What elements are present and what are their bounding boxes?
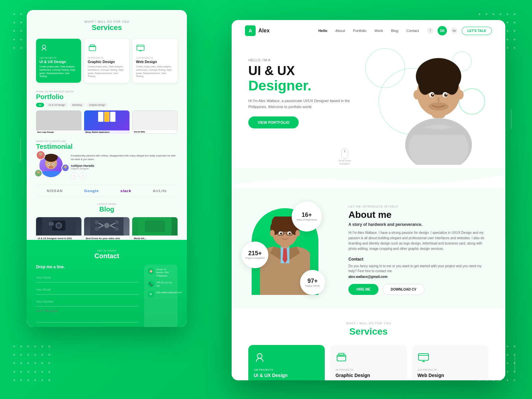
svg-point-68 (295, 230, 300, 237)
about-person-column: 16+ Years of Experience 215+ Project Com… (248, 202, 335, 295)
nav-portfolio[interactable]: Portfolio (353, 29, 366, 33)
header-actions: f DK be LET'S TALK (427, 26, 492, 35)
about-contact-email: alex.wallace@gmail.com (348, 275, 489, 279)
about-section: 16+ Years of Experience 215+ Project Com… (232, 188, 505, 308)
brand-google: Google (84, 189, 99, 193)
nav-contact[interactable]: Contact (406, 29, 419, 33)
brands-row: NISSAN Google slack AirLife (36, 184, 178, 197)
back-uiux-icon (39, 43, 50, 54)
nav-work[interactable]: Work (374, 29, 383, 33)
contact-email-input[interactable] (36, 285, 139, 295)
front-services-title: Services (248, 326, 489, 337)
lets-talk-btn[interactable]: LET'S TALK (462, 27, 492, 35)
stat-projects-label: Project Completed (245, 257, 265, 260)
blog-img-0 (36, 217, 81, 236)
contact-name-input[interactable] (36, 273, 139, 283)
brand-nissan: NISSAN (47, 189, 63, 193)
contact-message-input[interactable] (36, 309, 139, 323)
header-social-fb[interactable]: f (427, 27, 434, 34)
scroll-pill-dot (344, 150, 345, 152)
filter-all[interactable]: All (36, 103, 44, 107)
testimonial-role: Graphic Designer (71, 167, 178, 170)
header-social-be[interactable]: be (451, 27, 458, 34)
back-uiux-title: UI & UX Design (39, 60, 78, 64)
svg-rect-11 (41, 171, 61, 177)
stat-bubble-clients: 97+ Happy Clients (300, 270, 325, 295)
blog-title: Blog (36, 206, 178, 213)
contact-layout: Drop me a line. SEND MESSAGE (36, 265, 178, 327)
svg-point-46 (432, 94, 434, 95)
svg-rect-71 (339, 353, 344, 355)
front-svc-uiux-count: 138 PROJECTS (254, 368, 319, 371)
front-svc-uiux-desc: Create project plan, Data analysis, (254, 380, 319, 380)
svg-point-69 (257, 354, 262, 358)
about-contact-title: Contact (348, 257, 489, 262)
portfolio-item-2-title: AirLife Web (132, 130, 177, 133)
phone-screen-2 (104, 112, 109, 122)
front-services-section: WHAT I WILL DO FOR YOU Services 138 PROJ… (232, 308, 505, 380)
front-header: A Alex Hello About Portfolio Work Blog C… (232, 20, 505, 41)
back-blog-section: LATEST NEWS Blog UI & UX Designe (36, 203, 178, 244)
scroll-label-2: to Explore (339, 162, 350, 165)
back-service-card-graphic: 26 PROJECTS Graphic Design Create projec… (84, 39, 129, 83)
dk-badge[interactable]: DK (438, 26, 447, 35)
svg-point-21 (57, 224, 61, 228)
back-testimonial-pre: WHAT MY CLIENTS SAY (36, 140, 178, 143)
back-testimonial-title: Testimonial (36, 143, 178, 150)
nav-blog[interactable]: Blog (391, 29, 398, 33)
download-cv-btn[interactable]: DOWNLOAD CV (382, 284, 425, 295)
filter-graphic[interactable]: Graphic Design (86, 103, 108, 107)
dots-decoration-bl (13, 346, 53, 386)
svg-rect-72 (419, 354, 429, 360)
testimonial-layout: Exceptionally pleased with milima, disap… (36, 154, 178, 179)
front-svc-uiux-icon (254, 352, 319, 365)
front-svc-uiux-title: UI & UX Design (254, 373, 319, 378)
front-svc-web-desc: Create project plan, Data analysis, (418, 380, 483, 380)
svg-point-10 (49, 166, 53, 168)
contact-title: Contact (36, 252, 178, 260)
contact-form-area: Drop me a line. SEND MESSAGE (36, 265, 139, 327)
about-pre-label: LET ME INTRODUCE MYSELF (348, 205, 489, 208)
mini-avatar-1 (36, 150, 45, 160)
svg-rect-2 (90, 45, 94, 46)
front-card: A Alex Hello About Portfolio Work Blog C… (232, 20, 505, 380)
brand-slack: slack (120, 189, 131, 193)
about-description: Hi I'm Alex Wallace. I have a strong pas… (348, 230, 489, 252)
svg-rect-3 (137, 45, 144, 50)
svg-point-40 (419, 75, 432, 95)
back-services-section: WHAT I WILL DO FOR YOU Services (36, 20, 178, 32)
view-portfolio-btn[interactable]: VIEW PORTFOLIO (248, 116, 299, 128)
contact-phone-row (36, 297, 139, 307)
contact-name-row (36, 273, 139, 283)
svg-point-49 (414, 90, 420, 99)
back-portfolio-filter: All UI & UX Design Branding Graphic Desi… (36, 103, 178, 107)
hero-description: Hi I'm Alex Wallace, a passionate UI/UX … (248, 98, 355, 110)
contact-email-row (36, 285, 139, 295)
testimonial-text-area: Exceptionally pleased with milima, disap… (71, 154, 178, 179)
nav-about[interactable]: About (335, 29, 345, 33)
portfolio-item-0: Box Logo Design (36, 110, 81, 134)
contact-phone-input[interactable] (36, 297, 139, 307)
filter-branding[interactable]: Branding (70, 103, 84, 107)
blog-img-1 (84, 217, 129, 236)
stat-years-label: Years of Experience (296, 219, 317, 221)
hero-content: HELLO, I'M A UI & UX Designer. Hi I'm Al… (232, 41, 385, 128)
stat-years-number: 16+ (302, 212, 312, 219)
hero-section: HELLO, I'M A UI & UX Designer. Hi I'm Al… (232, 41, 505, 168)
portfolio-item-2: AirLife Web (132, 110, 178, 134)
back-graphic-count: 26 PROJECTS (88, 57, 126, 59)
front-svc-web-icon (418, 352, 483, 365)
stat-projects-number: 215+ (248, 250, 262, 257)
address-text: House #1, Manila 1000 Philippines (156, 268, 174, 278)
hire-me-btn[interactable]: HIRE ME (348, 284, 378, 295)
svg-point-60 (280, 233, 282, 235)
svg-point-24 (104, 223, 109, 228)
filter-uiux[interactable]: UI & UX Design (46, 103, 68, 107)
testimonial-next-btn[interactable]: › (79, 172, 86, 179)
nav-hello[interactable]: Hello (318, 29, 327, 33)
scroll-hint: Scroll Down to Explore (338, 148, 351, 165)
back-portfolio-grid: Box Logo Design Mang. Mobile Application… (36, 110, 178, 134)
portfolio-item-1-title: Mang. Mobile Application (84, 130, 129, 134)
testimonial-prev-btn[interactable]: ‹ (71, 172, 77, 179)
mini-avatar-3 (34, 169, 42, 177)
